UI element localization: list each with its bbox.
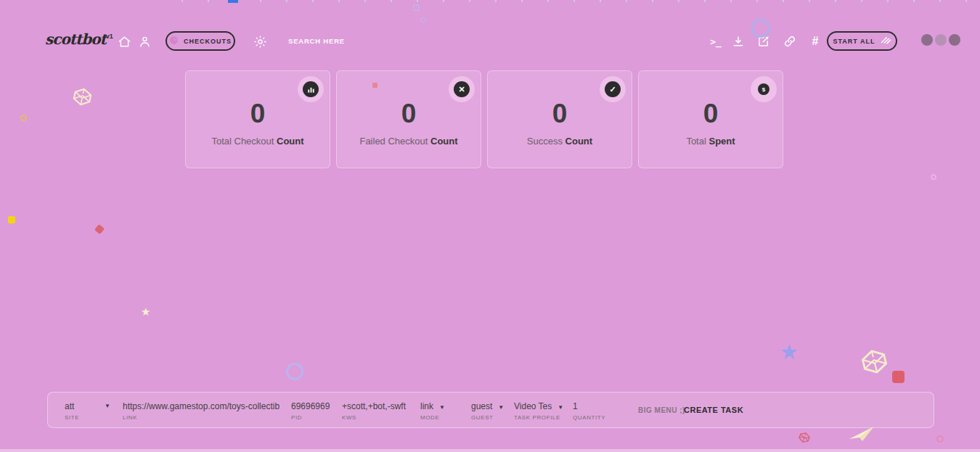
keywords-input[interactable]: +scott,+bot,-swft KWS bbox=[342, 401, 406, 421]
dollar-icon: $ bbox=[758, 83, 769, 95]
checkouts-button[interactable]: CHECKOUTS bbox=[166, 31, 235, 51]
home-icon[interactable] bbox=[116, 33, 132, 49]
start-all-button[interactable]: START ALL bbox=[827, 31, 897, 51]
hashtag-icon[interactable]: # bbox=[807, 33, 823, 49]
create-task-button[interactable]: CREATE TASK bbox=[684, 406, 743, 414]
start-all-label: START ALL bbox=[833, 38, 875, 45]
bar-chart-icon bbox=[303, 81, 319, 97]
site-select[interactable]: att ▼ SITE bbox=[65, 401, 79, 421]
link-icon[interactable] bbox=[782, 33, 798, 49]
dot-icon bbox=[949, 34, 960, 46]
square-decoration bbox=[8, 216, 15, 223]
app-logo: scottbotv1 bbox=[45, 30, 113, 48]
task-profile-select[interactable]: Video Tes▼ TASK PROFILE bbox=[514, 401, 563, 421]
browser-edge-active-tab bbox=[228, 0, 238, 3]
guest-select[interactable]: guest▼ GUEST bbox=[471, 401, 504, 421]
square-decoration bbox=[413, 4, 420, 11]
circle-decoration bbox=[936, 435, 944, 443]
settings-gear-icon[interactable] bbox=[252, 33, 268, 49]
circle-decoration bbox=[286, 363, 303, 380]
terminal-icon[interactable]: >_ bbox=[708, 33, 724, 49]
circle-decoration bbox=[931, 174, 936, 180]
dropdown-arrow-icon: ▼ bbox=[439, 404, 445, 411]
pie-chart-icon bbox=[169, 36, 179, 46]
search-here-link[interactable]: SEARCH HERE bbox=[288, 37, 345, 45]
square-decoration bbox=[420, 17, 426, 23]
square-decoration bbox=[372, 83, 377, 88]
mode-select[interactable]: link▼ MODE bbox=[420, 401, 445, 421]
cube-icon bbox=[73, 87, 92, 110]
big-menu-link[interactable]: BIG MENU ;) bbox=[638, 406, 685, 414]
stat-label: Total Checkout Count bbox=[186, 136, 330, 147]
circle-decoration bbox=[751, 19, 770, 38]
card-total-spent: $ 0 Total Spent bbox=[638, 70, 783, 168]
stat-label: Failed Checkout Count bbox=[337, 136, 481, 147]
stat-value: 0 bbox=[337, 99, 481, 129]
dropdown-arrow-icon: ▼ bbox=[558, 404, 563, 411]
window-bottom-edge bbox=[0, 449, 980, 452]
pid-input[interactable]: 69696969 PID bbox=[291, 401, 330, 421]
star-icon: ★ bbox=[141, 306, 150, 317]
dropdown-arrow-icon: ▼ bbox=[105, 403, 110, 409]
stat-value: 0 bbox=[639, 99, 783, 129]
paper-plane-icon bbox=[848, 425, 875, 445]
quantity-input[interactable]: 1 QUANTITY bbox=[573, 401, 605, 421]
create-task-bar: att ▼ SITE https://www.gamestop.com/toys… bbox=[47, 392, 934, 428]
close-icon: ✕ bbox=[454, 81, 470, 97]
card-failed-checkout-count: ✕ 0 Failed Checkout Count bbox=[336, 70, 481, 168]
stat-label: Total Spent bbox=[639, 136, 783, 147]
check-icon: ✓ bbox=[605, 81, 621, 97]
stat-label: Success Count bbox=[488, 136, 632, 147]
navbar: scottbotv1 CHECKOUTS SEARCH HERE >_ # ST… bbox=[0, 22, 980, 59]
cube-icon bbox=[861, 348, 888, 378]
card-success-count: ✓ 0 Success Count bbox=[487, 70, 632, 168]
stat-value: 0 bbox=[186, 99, 330, 129]
star-icon: ★ bbox=[780, 342, 799, 363]
circle-decoration bbox=[20, 115, 27, 121]
wing-icon bbox=[881, 36, 891, 46]
window-dots[interactable] bbox=[921, 34, 960, 46]
stat-value: 0 bbox=[488, 99, 632, 129]
download-icon[interactable] bbox=[730, 33, 746, 49]
link-input[interactable]: https://www.gamestop.com/toys-collectibl… bbox=[123, 401, 279, 421]
square-decoration bbox=[892, 371, 905, 383]
dot-icon bbox=[921, 34, 933, 46]
checkouts-label: CHECKOUTS bbox=[184, 38, 232, 45]
user-icon[interactable] bbox=[136, 33, 152, 49]
dot-icon bbox=[935, 34, 947, 46]
card-total-checkout-count: 0 Total Checkout Count bbox=[185, 70, 330, 168]
cube-icon bbox=[799, 432, 810, 446]
dropdown-arrow-icon: ▼ bbox=[498, 404, 504, 411]
diamond-decoration bbox=[94, 224, 105, 234]
browser-edge-ticks bbox=[181, 0, 980, 2]
app-version: v1 bbox=[106, 33, 113, 40]
